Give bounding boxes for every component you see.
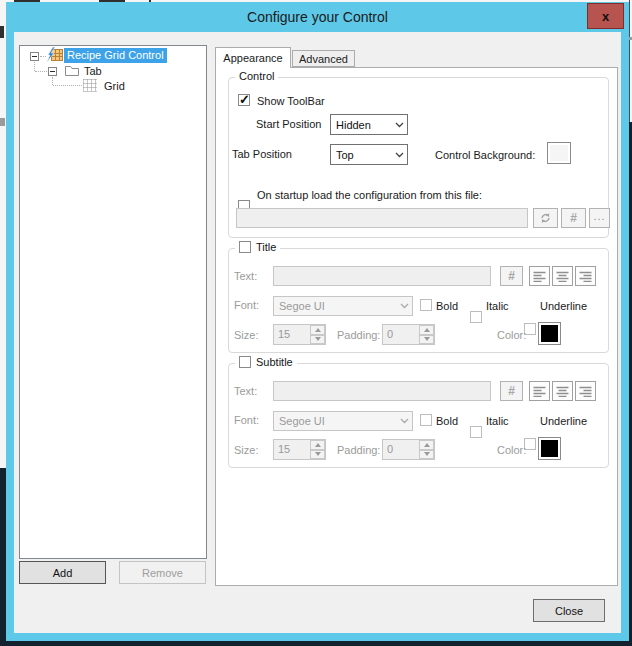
subtitle-underline-label: Underline (540, 415, 587, 427)
background-text-fragment (0, 26, 4, 38)
subtitle-groupbox: Subtitle Text: # (228, 363, 609, 468)
hash-icon: # (508, 385, 515, 397)
show-toolbar-checkbox[interactable] (238, 94, 250, 106)
spinner-down-icon[interactable] (419, 450, 434, 460)
browse-file-button[interactable]: ... (589, 208, 610, 228)
subtitle-font-label: Font: (234, 414, 259, 426)
title-font-label: Font: (234, 299, 259, 311)
subtitle-font-combobox[interactable]: Segoe UI (273, 411, 413, 431)
tree-connector (34, 62, 35, 71)
tree-item-label: Recipe Grid Control (67, 49, 164, 61)
show-toolbar-label: Show ToolBar (257, 95, 325, 107)
combo-chevron-icon (391, 152, 407, 158)
align-center-icon (556, 271, 569, 282)
close-icon: x (602, 9, 609, 24)
subtitle-padding-spinner[interactable]: 0 (382, 439, 435, 460)
config-hash-button[interactable]: # (561, 208, 586, 228)
title-italic-checkbox[interactable] (470, 311, 482, 323)
subtitle-bold-checkbox[interactable] (420, 414, 432, 426)
start-position-combobox[interactable]: Hidden (330, 114, 408, 135)
tab-appearance[interactable]: Appearance (215, 47, 291, 68)
title-enable-checkbox[interactable] (239, 241, 251, 253)
spinner-up-icon[interactable] (310, 440, 325, 450)
tab-advanced[interactable]: Advanced (292, 50, 355, 67)
color-swatch (541, 325, 558, 342)
title-padding-value: 0 (383, 325, 419, 344)
title-underline-label: Underline (540, 300, 587, 312)
tree-item-recipe-grid-control[interactable]: Recipe Grid Control (64, 48, 167, 63)
spinner-up-icon[interactable] (310, 325, 325, 335)
subtitle-text-input[interactable] (273, 381, 491, 401)
title-align-left-button[interactable] (529, 266, 550, 286)
config-file-path-input[interactable] (236, 208, 528, 228)
tree-expander-icon[interactable] (30, 52, 39, 61)
title-hash-button[interactable]: # (500, 266, 523, 286)
color-swatch (550, 145, 568, 161)
title-color-label: Color: (497, 329, 526, 341)
title-text-label: Text: (234, 270, 257, 282)
subtitle-font-value: Segoe UI (279, 415, 325, 427)
spinner-down-icon[interactable] (310, 335, 325, 345)
tab-position-label: Tab Position (232, 148, 292, 160)
control-group-legend: Control (235, 70, 278, 82)
title-padding-spinner[interactable]: 0 (382, 324, 435, 345)
title-group-label: Title (256, 241, 276, 253)
subtitle-bold-label: Bold (436, 415, 458, 427)
title-bold-checkbox[interactable] (420, 299, 432, 311)
subtitle-italic-label: Italic (486, 415, 509, 427)
spinner-down-icon[interactable] (419, 335, 434, 345)
grid-icon (83, 79, 97, 93)
title-color-swatch[interactable] (538, 322, 561, 345)
spinner-up-icon[interactable] (419, 325, 434, 335)
subtitle-italic-checkbox[interactable] (470, 426, 482, 438)
title-align-right-button[interactable] (575, 266, 596, 286)
close-button[interactable]: Close (533, 599, 605, 622)
subtitle-padding-label: Padding: (337, 444, 380, 456)
title-font-combobox[interactable]: Segoe UI (273, 296, 413, 316)
tree-item-grid[interactable]: Grid (104, 80, 125, 93)
control-background-label: Control Background: (435, 149, 535, 161)
reload-config-button[interactable] (533, 208, 558, 228)
title-size-spinner[interactable]: 15 (273, 324, 326, 345)
tree-connector (52, 77, 53, 85)
subtitle-size-label: Size: (234, 444, 258, 456)
close-window-button[interactable]: x (587, 3, 624, 29)
subtitle-size-value: 15 (274, 440, 310, 459)
subtitle-group-legend: Subtitle (235, 356, 297, 368)
control-groupbox: Control Show ToolBar Start Position Hidd… (228, 77, 609, 238)
dialog-title: Configure your Control (6, 2, 629, 32)
title-size-label: Size: (234, 329, 258, 341)
subtitle-text-label: Text: (234, 385, 257, 397)
subtitle-group-label: Subtitle (256, 356, 293, 368)
subtitle-color-swatch[interactable] (538, 437, 561, 460)
spinner-up-icon[interactable] (419, 440, 434, 450)
subtitle-align-right-button[interactable] (575, 381, 596, 401)
tab-advanced-label: Advanced (299, 53, 348, 65)
appearance-tab-page: Control Show ToolBar Start Position Hidd… (215, 67, 618, 586)
tab-position-combobox[interactable]: Top (330, 144, 408, 165)
align-right-icon (579, 386, 592, 397)
tab-position-value: Top (336, 149, 354, 161)
add-button[interactable]: Add (19, 561, 106, 584)
background-text-fragment (0, 118, 5, 126)
title-size-value: 15 (274, 325, 310, 344)
ellipsis-icon: ... (593, 211, 605, 222)
title-align-center-button[interactable] (552, 266, 573, 286)
start-position-label: Start Position (256, 118, 321, 130)
tree-item-tab[interactable]: Tab (84, 65, 102, 78)
title-text-input[interactable] (273, 266, 491, 286)
subtitle-enable-checkbox[interactable] (239, 356, 251, 368)
folder-icon (64, 64, 80, 77)
align-left-icon (533, 271, 546, 282)
align-center-icon (556, 386, 569, 397)
align-right-icon (579, 271, 592, 282)
remove-button[interactable]: Remove (119, 561, 206, 584)
subtitle-padding-value: 0 (383, 440, 419, 459)
subtitle-size-spinner[interactable]: 15 (273, 439, 326, 460)
subtitle-align-left-button[interactable] (529, 381, 550, 401)
subtitle-align-center-button[interactable] (552, 381, 573, 401)
tree-expander-icon[interactable] (48, 67, 57, 76)
spinner-down-icon[interactable] (310, 450, 325, 460)
control-background-swatch[interactable] (547, 142, 571, 164)
subtitle-hash-button[interactable]: # (500, 381, 523, 401)
